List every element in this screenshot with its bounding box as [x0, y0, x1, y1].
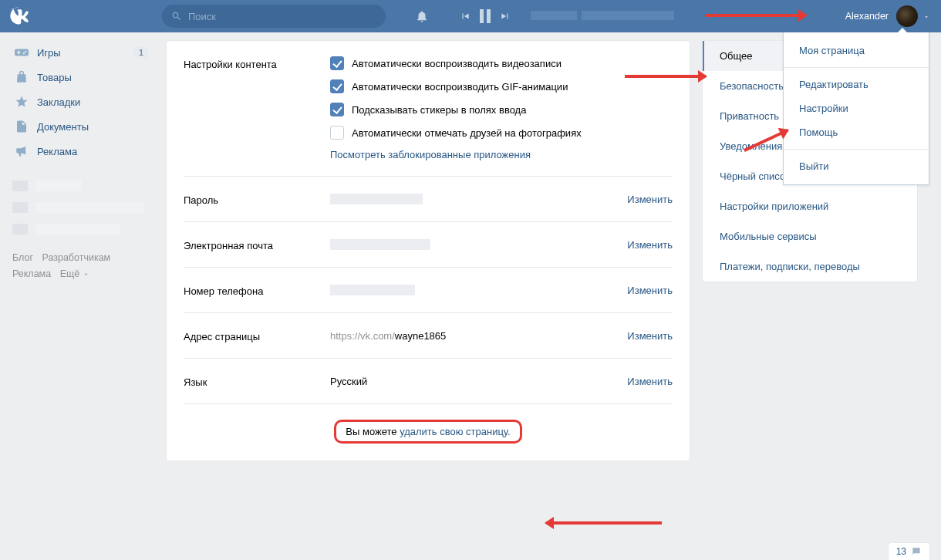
checkbox-icon	[330, 103, 344, 116]
search-input[interactable]: Поиск	[162, 5, 386, 28]
sidenav-apps[interactable]: Настройки приложений	[703, 191, 917, 221]
checkbox-icon	[330, 56, 344, 70]
notifications[interactable]	[415, 9, 429, 23]
settings-panel: Настройки контента Автоматически воспрои…	[166, 40, 690, 461]
search-placeholder: Поиск	[188, 11, 216, 22]
chevron-down-icon	[83, 271, 89, 278]
language-section: Язык Русский Изменить	[184, 358, 673, 403]
phone-label: Номер телефона	[184, 283, 330, 297]
avatar	[896, 5, 918, 27]
gamepad-icon	[14, 45, 29, 60]
email-change[interactable]: Изменить	[627, 239, 673, 251]
email-section: Электронная почта Изменить	[184, 221, 673, 267]
address-prefix: https://vk.com/	[330, 330, 395, 342]
footer-links: Блог Разработчикам Реклама Ещё	[8, 250, 154, 283]
auto-tag-row[interactable]: Автоматически отмечать друзей на фотогра…	[330, 126, 673, 140]
phone-change[interactable]: Изменить	[627, 285, 673, 296]
user-menu-toggle[interactable]: Alexander	[835, 0, 941, 32]
dropdown-settings[interactable]: Настройки	[784, 96, 929, 120]
nav-skeleton	[8, 180, 154, 234]
phone-value-hidden	[330, 285, 415, 295]
footer-more[interactable]: Ещё	[60, 266, 90, 282]
autoplay-gif-row[interactable]: Автоматически воспроизводить GIF-анимаци…	[330, 79, 673, 93]
dropdown-edit[interactable]: Редактировать	[784, 73, 929, 96]
autoplay-video-row[interactable]: Автоматически воспроизводить видеозаписи	[330, 56, 673, 70]
star-icon	[14, 94, 29, 110]
email-value-hidden	[330, 239, 430, 250]
dropdown-my-page[interactable]: Моя страница	[784, 39, 929, 62]
chat-counter[interactable]: 13	[888, 542, 930, 560]
delete-prefix: Вы можете	[346, 426, 400, 437]
search-icon	[171, 11, 182, 22]
nav-games[interactable]: Игры 1	[8, 40, 154, 65]
chat-icon	[911, 546, 922, 557]
track-title[interactable]	[531, 11, 685, 22]
delete-account-link[interactable]: удалить свою страницу.	[400, 426, 511, 437]
pause-icon[interactable]	[480, 9, 491, 23]
nav-ads[interactable]: Реклама	[8, 139, 154, 164]
address-change[interactable]: Изменить	[627, 330, 673, 342]
dropdown-logout[interactable]: Выйти	[784, 154, 929, 178]
footer-ads[interactable]: Реклама	[12, 268, 51, 279]
phone-section: Номер телефона Изменить	[184, 267, 673, 312]
checkbox-icon	[330, 79, 344, 93]
address-id: wayne1865	[395, 330, 447, 342]
password-label: Пароль	[184, 192, 330, 206]
sidenav-mobile[interactable]: Мобильные сервисы	[703, 221, 917, 251]
annotation-arrow	[625, 75, 706, 78]
email-label: Электронная почта	[184, 238, 330, 251]
annotation-arrow	[546, 521, 662, 525]
address-label: Адрес страницы	[184, 329, 330, 342]
nav-bookmarks[interactable]: Закладки	[8, 89, 154, 114]
megaphone-icon	[14, 143, 29, 159]
document-icon	[14, 119, 29, 134]
password-change[interactable]: Изменить	[627, 194, 673, 205]
checkbox-icon	[330, 126, 344, 140]
blocked-apps-link[interactable]: Посмотреть заблокированные приложения	[330, 149, 531, 160]
language-value: Русский	[330, 376, 367, 387]
address-section: Адрес страницы https://vk.com/wayne1865 …	[184, 312, 673, 358]
prev-icon[interactable]	[460, 11, 470, 22]
user-dropdown: Моя страница Редактировать Настройки Пом…	[783, 32, 929, 185]
password-section: Пароль Изменить	[184, 176, 673, 221]
delete-account-box: Вы можете удалить свою страницу.	[334, 420, 521, 444]
user-name: Alexander	[845, 11, 889, 22]
annotation-arrow	[706, 14, 806, 17]
chat-count: 13	[896, 546, 906, 557]
nav-games-badge: 1	[134, 47, 148, 58]
left-nav: Игры 1 Товары Закладки Документы Реклама…	[8, 32, 154, 461]
password-value-hidden	[330, 194, 423, 204]
content-settings-section: Настройки контента Автоматически воспрои…	[184, 41, 673, 176]
bag-icon	[14, 69, 29, 85]
vk-logo-icon[interactable]	[8, 5, 31, 28]
language-change[interactable]: Изменить	[627, 376, 673, 387]
nav-documents[interactable]: Документы	[8, 114, 154, 139]
footer-blog[interactable]: Блог	[12, 252, 33, 263]
bell-icon	[415, 9, 429, 23]
music-player	[460, 9, 685, 23]
sidenav-payments[interactable]: Платежи, подписки, переводы	[703, 251, 917, 282]
suggest-stickers-row[interactable]: Подсказывать стикеры в полях ввода	[330, 103, 673, 116]
next-icon[interactable]	[500, 11, 511, 22]
chevron-down-icon	[922, 12, 930, 20]
footer-devs[interactable]: Разработчикам	[42, 252, 111, 263]
language-label: Язык	[184, 374, 330, 388]
dropdown-help[interactable]: Помощь	[784, 120, 929, 144]
nav-goods[interactable]: Товары	[8, 65, 154, 89]
content-settings-label: Настройки контента	[184, 56, 330, 160]
